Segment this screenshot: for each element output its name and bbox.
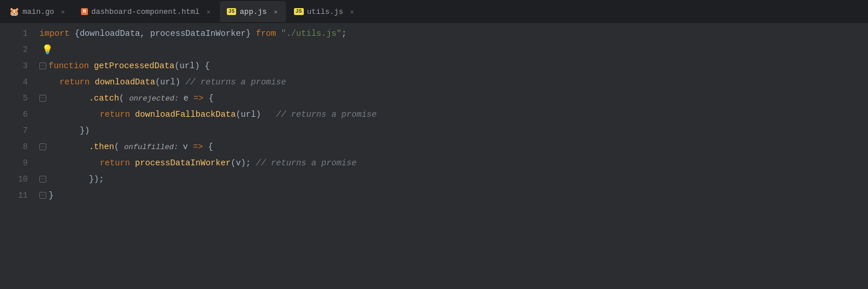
code-line-5: − .catch ( onrejected: e => { xyxy=(39,90,868,106)
indent-5 xyxy=(49,94,89,103)
comment-4: // returns a promise xyxy=(185,77,286,87)
tab-label: main.go xyxy=(23,8,54,16)
line-num-7: 7 xyxy=(0,123,35,139)
line-num-6: 6 xyxy=(0,106,35,123)
arg-url-6: url xyxy=(241,110,256,119)
punctuation: ( xyxy=(114,142,124,151)
editor-window: 🐹 main.go ✕ H dashboard-component.html ✕… xyxy=(0,0,868,289)
kw-return-9: return xyxy=(100,158,135,168)
arg-v: v xyxy=(236,158,241,168)
punctuation: { xyxy=(203,142,213,151)
punctuation: ( xyxy=(119,94,129,103)
punctuation: ); xyxy=(241,158,256,168)
fn-processDataInWorker: processDataInWorker xyxy=(135,158,230,168)
punctuation: ( xyxy=(236,110,241,119)
code-content: import { downloadData , processDataInWor… xyxy=(35,23,868,289)
line-num-10: 10 xyxy=(0,171,35,187)
punctuation: ( xyxy=(155,77,160,87)
kw-return-4: return xyxy=(60,77,95,87)
html-icon: H xyxy=(81,8,87,15)
indent-8 xyxy=(49,142,89,151)
code-line-4: return downloadData ( url ) // returns a… xyxy=(39,74,868,90)
param-label-onfulfilled: onfulfilled: xyxy=(124,143,183,151)
code-line-6: return downloadFallbackData ( url ) // r… xyxy=(39,106,868,123)
punctuation: ) xyxy=(256,110,261,119)
punctuation: ( xyxy=(231,158,236,168)
tab-bar: 🐹 main.go ✕ H dashboard-component.html ✕… xyxy=(0,0,868,23)
identifier-downloadData: downloadData xyxy=(80,29,140,38)
punctuation: , xyxy=(140,29,150,38)
tab-label: app.js xyxy=(240,8,267,16)
code-line-11: − } xyxy=(39,187,868,203)
method-catch: .catch xyxy=(89,94,119,103)
arg-url: url xyxy=(160,77,175,87)
go-icon: 🐹 xyxy=(9,7,19,17)
tab-label: utils.js xyxy=(307,8,343,16)
hint-bulb-icon[interactable]: 💡 xyxy=(42,44,53,55)
kw-import: import xyxy=(39,29,75,38)
line-num-8: 8 xyxy=(0,139,35,155)
punctuation-10: }); xyxy=(89,175,104,184)
code-line-9: return processDataInWorker ( v ); // ret… xyxy=(39,155,868,171)
identifier-processDataInWorker: processDataInWorker xyxy=(150,29,245,38)
param-v: v xyxy=(183,142,193,151)
code-line-1: import { downloadData , processDataInWor… xyxy=(39,25,868,42)
indent-10 xyxy=(49,175,89,184)
punctuation: { xyxy=(75,29,80,38)
indent-7 xyxy=(39,126,80,135)
fn-downloadFallbackData: downloadFallbackData xyxy=(135,110,236,119)
close-icon[interactable]: ✕ xyxy=(273,8,279,16)
fn-name-getProcessedData: getProcessedData xyxy=(94,61,174,71)
close-icon[interactable]: ✕ xyxy=(205,8,212,16)
punctuation: { xyxy=(204,94,214,103)
fold-icon-11[interactable]: − xyxy=(39,192,46,199)
fold-icon-5[interactable]: − xyxy=(39,95,46,102)
punctuation-11: } xyxy=(49,191,54,200)
line-num-9: 9 xyxy=(0,155,35,171)
comment-6: // returns a promise xyxy=(261,110,377,119)
punctuation: ) { xyxy=(194,61,209,71)
code-line-3: − function getProcessedData ( url ) { xyxy=(39,58,868,74)
code-line-7: }) xyxy=(39,123,868,139)
tab-label: dashboard-component.html xyxy=(91,8,200,16)
line-num-2: 2 xyxy=(0,42,35,58)
code-line-2: 💡 xyxy=(39,42,868,58)
punctuation: } xyxy=(246,29,256,38)
kw-function: function xyxy=(49,61,94,71)
string-utils: "./utils.js" xyxy=(281,29,341,38)
punctuation-7: }) xyxy=(80,126,90,135)
line-num-3: 3 xyxy=(0,58,35,74)
method-then: .then xyxy=(89,142,115,151)
line-gutter: 1 2 3 4 5 6 7 8 9 10 11 xyxy=(0,23,35,289)
comment-9: // returns a promise xyxy=(256,158,356,168)
indent-4 xyxy=(39,77,60,87)
indent-6 xyxy=(39,110,100,119)
tab-dashboard-component[interactable]: H dashboard-component.html ✕ xyxy=(74,1,218,22)
fn-downloadData: downloadData xyxy=(95,77,155,87)
line-num-4: 4 xyxy=(0,74,35,90)
punctuation: ( xyxy=(175,61,180,71)
param-url: url xyxy=(179,61,194,71)
line-num-11: 11 xyxy=(0,187,35,203)
tab-main-go[interactable]: 🐹 main.go ✕ xyxy=(2,1,73,22)
punctuation: ) xyxy=(175,77,185,87)
close-icon[interactable]: ✕ xyxy=(60,8,67,16)
editor-body: 1 2 3 4 5 6 7 8 9 10 11 import { downloa… xyxy=(0,23,868,289)
js-icon: JS xyxy=(294,8,304,15)
arrow-8: => xyxy=(193,142,203,151)
indent-9 xyxy=(39,158,100,168)
kw-return-6: return xyxy=(100,110,135,119)
punctuation: ; xyxy=(341,29,347,38)
close-icon[interactable]: ✕ xyxy=(349,8,355,16)
js-icon: JS xyxy=(227,8,237,15)
tab-app-js[interactable]: JS app.js ✕ xyxy=(220,1,286,22)
line-num-1: 1 xyxy=(0,25,35,42)
param-e: e xyxy=(183,94,193,103)
fold-icon-10[interactable]: − xyxy=(39,176,46,183)
line-num-5: 5 xyxy=(0,90,35,106)
tab-utils-js[interactable]: JS utils.js ✕ xyxy=(287,1,362,22)
fold-icon-8[interactable]: − xyxy=(39,143,46,150)
kw-from: from xyxy=(256,29,281,38)
code-line-8: − .then ( onfulfilled: v => { xyxy=(39,139,868,155)
fold-icon-3[interactable]: − xyxy=(39,62,46,69)
